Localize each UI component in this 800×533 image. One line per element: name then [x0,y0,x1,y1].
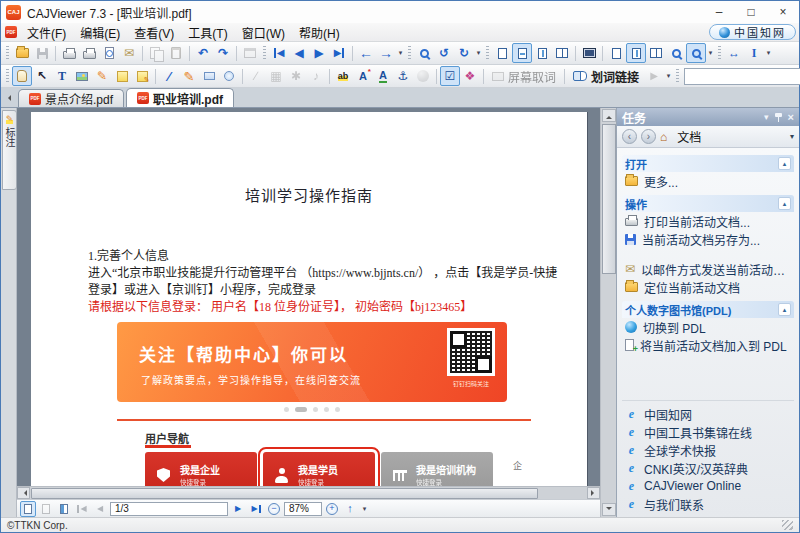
toolbar-overflow[interactable]: ▾ [396,43,405,63]
toolbar-overflow[interactable]: ▾ [664,66,673,86]
save-button[interactable] [32,43,52,63]
properties-button[interactable] [240,43,260,63]
previous-view-button[interactable]: ← [356,43,376,63]
next-page-button[interactable]: ▶ [309,43,329,63]
zoom-out-nav-button[interactable]: − [266,501,282,517]
sidebar-back-button[interactable]: ‹ [622,129,637,144]
settings-tool-button[interactable]: ✱ [286,66,306,86]
measure-button[interactable]: ↔ [724,43,744,63]
fit-width-button[interactable] [512,43,532,63]
minimize-button[interactable]: – [703,1,735,23]
print-button[interactable] [59,43,79,63]
first-page-button[interactable]: ◀ [269,43,289,63]
screen-capture-button[interactable]: 屏幕取词 [487,66,561,86]
sidebar-item-switch-pdl[interactable]: 切换到 PDL [622,318,794,336]
link-global-express[interactable]: e 全球学术快报 [622,441,794,459]
annotation-list-button[interactable]: ☑ [440,66,460,86]
menu-view[interactable]: 查看(V) [127,23,181,41]
collapse-icon[interactable]: ▴ [778,303,791,316]
zoom-in-nav-button[interactable]: + [324,501,340,517]
last-page-button[interactable]: ▶ [329,43,349,63]
link-dictionary[interactable]: e CNKI英汉/汉英辞典 [622,459,794,477]
first-page-nav-button[interactable]: ◀ [74,501,90,517]
link-contact-us[interactable]: e 与我们联系 [622,495,794,513]
next-page-nav-button[interactable]: ▶ [230,501,246,517]
scroll-up-button[interactable] [602,109,616,122]
layout-split-button[interactable] [56,501,72,517]
text-cursor-button[interactable]: I [744,43,764,63]
annotation-note-button[interactable] [132,66,152,86]
menu-tools[interactable]: 工具(T) [181,23,234,41]
undo-button[interactable]: ↶ [193,43,213,63]
fit-height-button[interactable] [532,43,552,63]
mail-document-button[interactable]: ✉ [119,43,139,63]
menu-window[interactable]: 窗口(W) [235,23,292,41]
image-select-button[interactable] [72,66,92,86]
open-button[interactable] [12,43,32,63]
maximize-button[interactable]: □ [735,1,767,23]
fullscreen-button[interactable] [579,43,599,63]
highlight-tool-button[interactable]: ab [333,66,353,86]
page-mode-button[interactable] [606,43,626,63]
structure-tool-button[interactable]: ❖ [460,66,480,86]
paste-button[interactable] [166,43,186,63]
sidebar-item-email[interactable]: ✉ 以邮件方式发送当前活动文档... [622,260,794,278]
sidebar-item-save-as[interactable]: 当前活动文档另存为... [622,230,794,248]
next-view-button[interactable]: → [376,43,396,63]
vertical-scrollbar[interactable] [600,108,616,517]
rotate-left-button[interactable]: ↺ [434,43,454,63]
link-cajviewer-online[interactable]: e CAJViewer Online [622,477,794,495]
last-page-nav-button[interactable]: ▶ [248,501,264,517]
section-pdl-header[interactable]: 个人数字图书馆(PDL) ▴ [622,301,794,318]
toolbar-overflow[interactable]: ▾ [474,43,483,63]
text-note-button[interactable]: A [353,66,373,86]
zoom-out-button[interactable] [666,43,686,63]
vertical-scroll-thumb[interactable] [602,124,616,274]
sidebar-forward-button[interactable]: › [641,129,656,144]
pin-icon[interactable] [775,113,782,122]
sidebar-menu-dropdown[interactable]: ▾ [764,112,769,122]
sidebar-view-selector[interactable]: 文档 [677,128,701,145]
two-page-button[interactable] [552,43,572,63]
sidebar-item-print[interactable]: 打印当前活动文档... [622,212,794,230]
word-link-button[interactable]: 划词链接 [568,66,644,86]
sidebar-view-dropdown[interactable]: ▾ [790,132,794,141]
scroll-right-button[interactable] [587,487,600,499]
sidebar-item-add-to-pdl[interactable]: 将当前活动文档加入到 PDL [622,336,794,354]
hand-tool-button[interactable] [12,66,32,86]
scroll-left-button[interactable] [17,487,30,499]
select-tool-button[interactable]: ↖ [32,66,52,86]
tab-scroll-left-button[interactable] [3,90,16,106]
section-open-header[interactable]: 打开 ▴ [622,155,794,172]
previous-page-button[interactable]: ◀ [289,43,309,63]
horizontal-scrollbar[interactable] [17,486,600,499]
draw-wizard-button[interactable]: ✎ [92,66,112,86]
section-actions-header[interactable]: 操作 ▴ [622,195,794,212]
zoom-level-field[interactable]: 87% [284,502,322,516]
rotate-right-button[interactable]: ↻ [454,43,474,63]
document-canvas[interactable]: 培训学习操作指南 1.完善个人信息 进入“北京市职业技能提升行动管理平台 （ht… [17,108,600,486]
pencil-tool-button[interactable]: ✎ [179,66,199,86]
cnki-brand-button[interactable]: 中国知网 [709,24,796,40]
play-button[interactable]: ▶ [644,66,664,86]
annotation-panel-tab[interactable]: ✎ 标注 [2,110,17,190]
sidebar-item-more[interactable]: 更多... [622,172,794,190]
sidebar-close-button[interactable]: × [788,111,794,123]
menu-file[interactable]: 文件(F) [20,23,73,41]
toolbar-overflow[interactable]: ▾ [764,43,773,63]
link-cnki[interactable]: e 中国知网 [622,405,794,423]
text-select-button[interactable]: T [52,66,72,86]
single-page-button[interactable] [492,43,512,63]
link-reference-books[interactable]: e 中国工具书集锦在线 [622,423,794,441]
line-tool-button[interactable]: ∕ [159,66,179,86]
print-preview-button[interactable] [99,43,119,63]
collapse-icon[interactable]: ▴ [778,157,791,170]
goto-dropdown[interactable]: ▾ [360,499,369,519]
goto-button[interactable]: ↑ [342,501,358,517]
tab-scenic-intro[interactable]: PDF 景点介绍.pdf [18,89,124,107]
zoom-in-button[interactable] [686,43,706,63]
continuous-mode-button[interactable] [626,43,646,63]
sidebar-item-locate[interactable]: 定位当前活动文档 [622,278,794,296]
print-current-button[interactable] [79,43,99,63]
annotation-combobox[interactable]: ▾ [684,68,800,85]
